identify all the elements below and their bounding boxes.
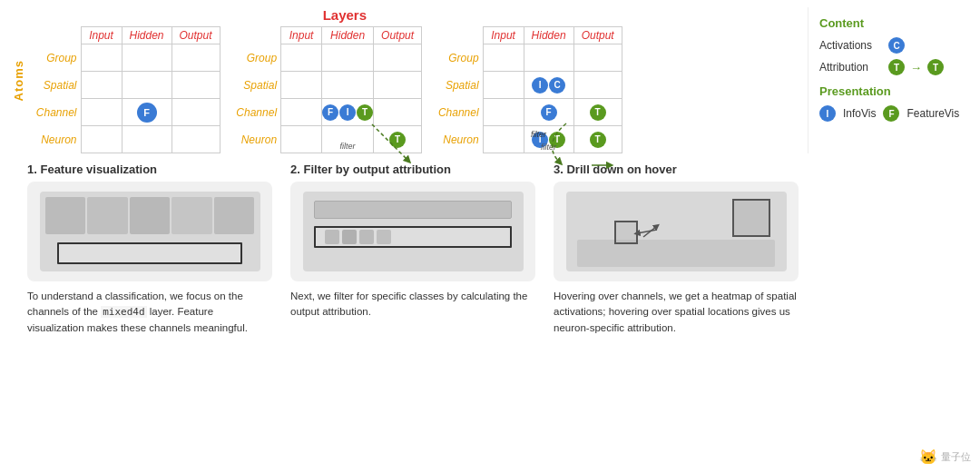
step-2-image: [290, 182, 535, 281]
watermark-icon: 🐱: [919, 448, 937, 466]
col-input-1: Input: [81, 27, 122, 44]
activations-badge: C: [888, 37, 905, 54]
row-label-spatial-1: Spatial: [31, 72, 81, 99]
bottom-section: 1. Feature visualization: [0, 153, 980, 473]
table-area: Layers Input Hidden Output: [31, 7, 622, 153]
presentation-title: Presentation: [819, 84, 969, 98]
step-1-title: 1. Feature visualization: [27, 163, 272, 176]
col-output-1: Output: [172, 27, 220, 44]
node-f-3: F: [541, 104, 557, 121]
row-label-neuron-1: Neuron: [31, 126, 81, 153]
node-f-2: F: [322, 104, 338, 121]
step-1: 1. Feature visualization: [27, 163, 272, 473]
featurevis-label: FeatureVis: [906, 107, 959, 120]
row-label-group-1: Group: [31, 44, 81, 72]
watermark-text: 量子位: [941, 450, 971, 464]
filter-label-3a: filter: [541, 143, 556, 152]
step-1-image-inner: [40, 192, 260, 271]
grids-container: Input Hidden Output Group: [31, 26, 622, 153]
watermark: 🐱 量子位: [919, 448, 971, 466]
attribution-arrow: →: [910, 61, 922, 74]
content-title: Content: [819, 16, 969, 30]
step-3-image-inner: [566, 192, 787, 271]
node-i-2: I: [339, 104, 356, 121]
presentation-row: I InfoVis F FeatureVis: [819, 105, 969, 122]
step-1-text: To understand a classification, we focus…: [27, 289, 272, 336]
activations-item: Activations C: [819, 37, 969, 54]
attribution-label: Attribution: [819, 61, 883, 74]
row-spatial-1: Spatial: [31, 72, 220, 99]
row-neuron-1: Neuron: [31, 126, 220, 153]
featurevis-badge: F: [883, 105, 899, 122]
grid-2: Input Hidden Output Group: [231, 26, 423, 153]
node-f-1: F: [137, 103, 157, 123]
step-3-text: Hovering over channels, we get a heatmap…: [554, 289, 799, 336]
infovis-badge: I: [819, 105, 836, 122]
step-2-text: Next, we filter for specific classes by …: [290, 289, 535, 320]
atoms-label: Atoms: [12, 60, 25, 101]
grid-1: Input Hidden Output Group: [31, 26, 220, 153]
step-3-image: [554, 182, 799, 281]
right-panel-spacer: [799, 163, 971, 473]
step-3-title: 3. Drill down on hover: [554, 163, 799, 176]
top-section: Atoms Layers Input: [0, 0, 980, 153]
infovis-label: InfoVis: [843, 107, 876, 120]
node-t-output-2: T: [389, 132, 406, 148]
node-t-neuron-output-3: T: [590, 132, 606, 148]
attribution-badge-from: T: [888, 59, 905, 75]
attribution-item: Attribution T → T: [819, 59, 969, 75]
grid-3: Input Hidden Output Group: [433, 26, 622, 153]
row-channel-1: Channel F: [31, 99, 220, 126]
step-2: 2. Filter by output attribution: [290, 163, 535, 473]
step-1-image: [27, 182, 272, 281]
step-2-title: 2. Filter by output attribution: [290, 163, 535, 176]
full-page: Atoms Layers Input: [0, 0, 980, 473]
step-1-code: mixed4d: [101, 306, 146, 318]
atoms-label-container: Atoms: [9, 7, 27, 153]
col-hidden-1: Hidden: [122, 27, 172, 44]
node-t-2: T: [357, 104, 373, 121]
step-3: 3. Drill down on hover: [554, 163, 799, 473]
node-c-3: C: [549, 77, 565, 94]
svg-line-2: [637, 230, 657, 233]
step-2-image-inner: [303, 192, 524, 271]
svg-line-3: [643, 226, 657, 237]
attribution-badge-to: T: [927, 59, 944, 75]
node-t-channel-3: T: [590, 104, 606, 121]
activations-label: Activations: [819, 39, 883, 52]
top-left: Atoms Layers Input: [0, 7, 808, 153]
layers-title: Layers: [67, 7, 622, 23]
row-group-1: Group: [31, 44, 220, 72]
node-i-3: I: [532, 77, 548, 94]
right-panel: Content Activations C Attribution T → T …: [808, 7, 980, 153]
filter-label-2: filter: [340, 142, 356, 151]
row-label-channel-1: Channel: [31, 99, 81, 126]
